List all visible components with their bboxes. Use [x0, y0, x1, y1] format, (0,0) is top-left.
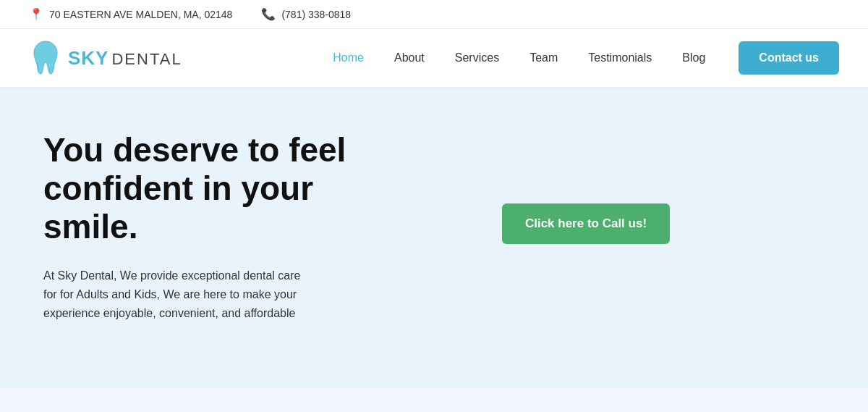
nav-item-services[interactable]: Services	[443, 46, 511, 70]
nav-item-team[interactable]: Team	[518, 46, 569, 70]
hero-title: You deserve to feel confident in your sm…	[43, 131, 347, 246]
address-text: 70 EASTERN AVE MALDEN, MA, 02148	[49, 9, 232, 20]
phone-item: 📞 (781) 338-0818	[261, 7, 351, 21]
phone-text: (781) 338-0818	[281, 9, 351, 20]
logo-sky: SKY	[68, 47, 109, 70]
location-icon: 📍	[29, 7, 43, 21]
top-bar: 📍 70 EASTERN AVE MALDEN, MA, 02148 📞 (78…	[0, 0, 868, 29]
logo-dental: DENTAL	[111, 50, 182, 69]
nav: Home About Services Team Testimonials Bl…	[321, 41, 839, 75]
address-item: 📍 70 EASTERN AVE MALDEN, MA, 02148	[29, 7, 232, 21]
header: SKY DENTAL Home About Services Team Test…	[0, 29, 868, 88]
contact-button[interactable]: Contact us	[739, 41, 839, 75]
hero-right: Click here to Call us!	[347, 131, 825, 244]
phone-icon: 📞	[261, 7, 276, 21]
hero-left: You deserve to feel confident in your sm…	[43, 131, 347, 324]
nav-item-home[interactable]: Home	[321, 46, 375, 70]
call-button[interactable]: Click here to Call us!	[502, 203, 670, 244]
logo-text: SKY DENTAL	[68, 47, 182, 70]
nav-item-blog[interactable]: Blog	[671, 46, 717, 70]
hero-description: At Sky Dental, We provide exceptional de…	[43, 266, 311, 324]
hero-section: You deserve to feel confident in your sm…	[0, 88, 868, 388]
logo[interactable]: SKY DENTAL	[29, 39, 182, 77]
logo-tooth-icon	[29, 39, 62, 77]
nav-item-testimonials[interactable]: Testimonials	[576, 46, 663, 70]
nav-item-about[interactable]: About	[383, 46, 436, 70]
